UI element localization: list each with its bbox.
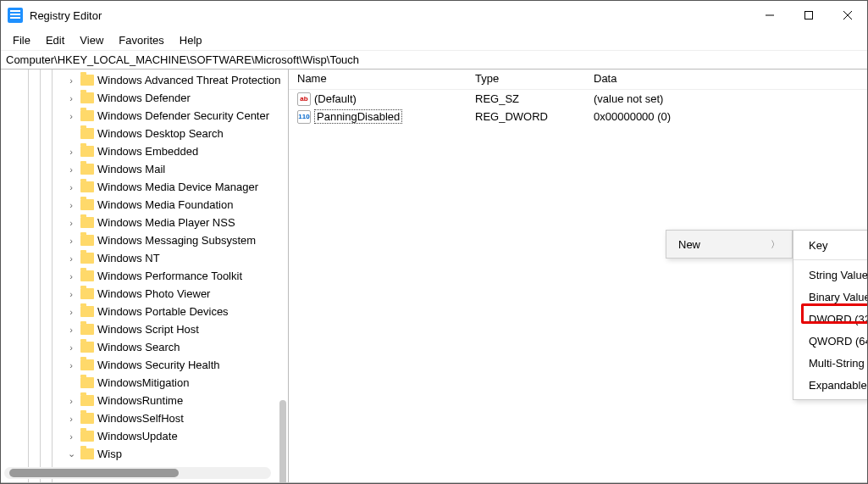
folder-icon xyxy=(80,75,94,86)
tree-item[interactable]: ›Windows Embedded xyxy=(1,142,288,160)
ctx-new-key[interactable]: Key xyxy=(793,234,868,256)
disclosure-icon[interactable]: › xyxy=(65,93,77,103)
value-name: (Default) xyxy=(314,92,357,105)
ctx-new-string[interactable]: String Value xyxy=(793,264,868,286)
tree-item[interactable]: ›Windows Defender Security Center xyxy=(1,107,288,125)
tree-item[interactable]: WindowsMitigation xyxy=(1,374,288,392)
tree-item[interactable]: ⌄Wisp xyxy=(1,445,288,463)
window-title: Registry Editor xyxy=(30,9,102,22)
context-menu-new[interactable]: New 〉 xyxy=(666,231,792,258)
value-type: REG_SZ xyxy=(467,92,585,105)
disclosure-icon[interactable]: › xyxy=(65,147,77,157)
tree-item-label: Windows Mail xyxy=(97,163,165,175)
tree-item-label: WindowsUpdate xyxy=(97,430,178,442)
address-path: Computer\HKEY_LOCAL_MACHINE\SOFTWARE\Mic… xyxy=(6,53,359,66)
folder-icon xyxy=(80,92,94,103)
tree-item[interactable]: ›Windows Photo Viewer xyxy=(1,285,288,303)
values-header: Name Type Data xyxy=(289,70,867,90)
ctx-new-qword[interactable]: QWORD (64-bit) Value xyxy=(793,330,868,352)
disclosure-icon[interactable]: › xyxy=(65,75,77,86)
tree-item-label: WindowsMitigation xyxy=(97,376,189,389)
context-menu-parent: New 〉 xyxy=(666,230,793,259)
tree-item-label: Windows Photo Viewer xyxy=(97,287,210,300)
menu-favorites[interactable]: Favorites xyxy=(112,32,170,48)
tree-item-label: Windows Search xyxy=(97,341,180,353)
value-row[interactable]: ab(Default)REG_SZ(value not set) xyxy=(289,90,867,108)
folder-icon xyxy=(80,270,94,281)
folder-icon xyxy=(80,235,94,246)
tree-item[interactable]: ›WindowsSelfHost xyxy=(1,409,288,427)
disclosure-icon[interactable]: › xyxy=(65,325,77,335)
folder-icon xyxy=(80,199,94,210)
tree-horizontal-scrollbar[interactable] xyxy=(4,467,271,479)
disclosure-icon[interactable]: › xyxy=(65,289,77,299)
ctx-new-expandstring[interactable]: Expandable String Value xyxy=(793,374,868,396)
minimize-button[interactable] xyxy=(750,1,789,30)
disclosure-icon[interactable]: › xyxy=(65,396,77,406)
close-button[interactable] xyxy=(828,1,867,30)
tree-item[interactable]: ›Windows Advanced Threat Protection xyxy=(1,71,288,89)
tree-item[interactable]: ›Windows Defender xyxy=(1,89,288,107)
disclosure-icon[interactable]: › xyxy=(65,307,77,317)
disclosure-icon[interactable]: › xyxy=(65,271,77,281)
context-submenu-new: Key String Value Binary Value DWORD (32-… xyxy=(793,230,868,400)
folder-icon xyxy=(80,288,94,299)
tree-pane[interactable]: ›Windows Advanced Threat Protection›Wind… xyxy=(1,70,289,482)
menu-edit[interactable]: Edit xyxy=(39,32,71,48)
ctx-new-multistring[interactable]: Multi-String Value xyxy=(793,352,868,374)
tree-item-label: WindowsSelfHost xyxy=(97,412,184,425)
disclosure-icon[interactable]: › xyxy=(65,236,77,246)
folder-icon xyxy=(80,359,94,370)
menu-help[interactable]: Help xyxy=(173,32,209,48)
disclosure-icon[interactable]: ⌄ xyxy=(65,448,77,459)
tree-item[interactable]: ›Windows Media Device Manager xyxy=(1,178,288,196)
tree-item-label: Windows Messaging Subsystem xyxy=(97,234,256,247)
tree-item[interactable]: ›Windows Media Foundation xyxy=(1,196,288,214)
tree-item[interactable]: ›Windows Messaging Subsystem xyxy=(1,231,288,249)
tree-item[interactable]: ›Windows Mail xyxy=(1,160,288,178)
registry-editor-window: Registry Editor File Edit View Favorites… xyxy=(0,0,868,484)
tree-item-label: Windows Security Health xyxy=(97,359,220,371)
folder-icon xyxy=(80,181,94,192)
menu-view[interactable]: View xyxy=(73,32,110,48)
disclosure-icon[interactable]: › xyxy=(65,182,77,192)
tree-item[interactable]: Windows Desktop Search xyxy=(1,125,288,142)
column-type[interactable]: Type xyxy=(467,70,585,89)
tree-item[interactable]: ›WindowsUpdate xyxy=(1,427,288,445)
folder-icon xyxy=(80,164,94,175)
tree-item[interactable]: ›Windows NT xyxy=(1,249,288,267)
menu-file[interactable]: File xyxy=(6,32,37,48)
column-data[interactable]: Data xyxy=(585,70,867,89)
ctx-new-binary[interactable]: Binary Value xyxy=(793,286,868,308)
maximize-button[interactable] xyxy=(789,1,828,30)
disclosure-icon[interactable]: › xyxy=(65,253,77,264)
tree-item[interactable]: ›Windows Performance Toolkit xyxy=(1,267,288,285)
value-row[interactable]: 110PanningDisabledREG_DWORD0x00000000 (0… xyxy=(289,108,867,125)
disclosure-icon[interactable]: › xyxy=(65,218,77,228)
disclosure-icon[interactable]: › xyxy=(65,431,77,442)
value-name: PanningDisabled xyxy=(314,109,402,124)
tree-item[interactable]: ›Windows Search xyxy=(1,338,288,356)
folder-icon xyxy=(80,146,94,157)
column-name[interactable]: Name xyxy=(289,70,467,89)
disclosure-icon[interactable]: › xyxy=(65,414,77,424)
tree-item[interactable]: ›Windows Security Health xyxy=(1,356,288,374)
titlebar: Registry Editor xyxy=(1,1,867,30)
disclosure-icon[interactable]: › xyxy=(65,164,77,175)
disclosure-icon[interactable]: › xyxy=(65,360,77,370)
disclosure-icon[interactable]: › xyxy=(65,200,77,210)
address-bar[interactable]: Computer\HKEY_LOCAL_MACHINE\SOFTWARE\Mic… xyxy=(1,50,867,69)
ctx-new-dword[interactable]: DWORD (32-bit) Value xyxy=(793,308,868,330)
disclosure-icon[interactable]: › xyxy=(65,342,77,353)
chevron-right-icon: 〉 xyxy=(771,238,780,251)
tree-item-label: Windows Advanced Threat Protection xyxy=(97,74,281,86)
tree-item-label: Windows Media Player NSS xyxy=(97,216,235,229)
tree-item[interactable]: ›Windows Media Player NSS xyxy=(1,214,288,231)
tree-item[interactable]: ›Windows Portable Devices xyxy=(1,303,288,320)
tree-item[interactable]: ›Windows Script Host xyxy=(1,320,288,338)
values-pane[interactable]: Name Type Data ab(Default)REG_SZ(value n… xyxy=(289,70,867,482)
disclosure-icon[interactable]: › xyxy=(65,111,77,121)
folder-icon xyxy=(80,217,94,228)
tree-vertical-scrollbar[interactable] xyxy=(279,400,286,482)
tree-item[interactable]: ›WindowsRuntime xyxy=(1,392,288,409)
